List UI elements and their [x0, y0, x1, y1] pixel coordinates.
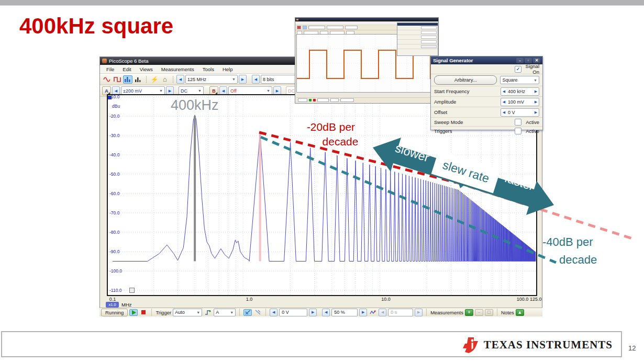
y-tick-label: -70.0 — [109, 210, 119, 215]
x-tick-label: 1.0 — [241, 297, 257, 302]
sine-wave-icon[interactable] — [102, 75, 112, 84]
y-tick-label: -110.0 — [109, 288, 121, 293]
spectrum-mode-icon[interactable] — [123, 75, 132, 84]
decrease-arrow[interactable]: ◀ — [501, 89, 507, 94]
marker-zigzag-icon[interactable] — [369, 309, 377, 316]
amplitude-label: Amplitude — [434, 99, 501, 105]
trigger-level-field[interactable]: 0 V — [279, 309, 307, 316]
delay-increase[interactable]: ▶ — [415, 309, 423, 316]
y-tick-label: -30.0 — [109, 133, 119, 138]
maximize-icon[interactable]: ▫ — [525, 58, 532, 63]
chevron-down-icon: ▼ — [198, 89, 202, 93]
falling-edge-button[interactable] — [253, 309, 262, 316]
trigger-level-increase[interactable]: ▶ — [309, 309, 317, 316]
trigger-label: Trigger — [156, 310, 171, 315]
trigger-marker-icon[interactable] — [204, 309, 212, 316]
menu-help[interactable]: Help — [223, 66, 233, 72]
resolution-decrease-arrow[interactable]: ◀ — [252, 75, 260, 84]
peak-frequency-label: 400kHz — [171, 97, 219, 114]
toolbar-separator — [173, 76, 173, 83]
home-icon[interactable]: ⌂ — [160, 75, 170, 84]
arbitrary-button[interactable]: Arbitrary... — [434, 75, 497, 85]
menu-file[interactable]: File — [106, 66, 114, 72]
triggers-checkbox[interactable] — [515, 128, 521, 134]
triggers-row: Triggers Active — [431, 126, 542, 135]
slope-20db-label-line1: -20dB per — [297, 121, 365, 133]
trigger-level-decrease[interactable]: ◀ — [270, 309, 277, 316]
chevron-down-icon: ▼ — [230, 311, 234, 314]
close-icon[interactable]: ✕ — [533, 58, 540, 63]
page-number: 12 — [628, 344, 636, 352]
minimize-icon[interactable]: – — [516, 58, 524, 63]
footer-box: TEXAS INSTRUMENTS — [1, 331, 622, 357]
timebase-decrease-arrow[interactable]: ◀ — [176, 75, 184, 84]
delay-decrease[interactable]: ◀ — [379, 309, 386, 316]
signal-on-label: Signal On — [521, 63, 539, 75]
increase-arrow[interactable]: ▶ — [533, 100, 539, 104]
sweep-mode-label: Sweep Mode — [434, 119, 515, 125]
y-tick-label: -20.0 — [109, 114, 119, 119]
ti-logo: TEXAS INSTRUMENTS — [462, 336, 613, 353]
y-tick-label: -40.0 — [109, 152, 119, 157]
triggers-label: Triggers — [434, 128, 515, 134]
decrease-arrow[interactable]: ◀ — [501, 110, 507, 115]
waveform-select[interactable]: Square▼ — [500, 76, 539, 84]
remove-measurement-button[interactable]: – — [475, 309, 483, 316]
offset-stepper[interactable]: ◀ 0 V ▶ — [501, 108, 539, 117]
square-wave-icon[interactable] — [113, 75, 122, 84]
start-capture-button[interactable] — [129, 309, 138, 316]
y-tick-label: -100.0 — [109, 268, 122, 274]
sweep-active-label: Active — [521, 119, 539, 125]
signal-on-row: ✓ Signal On — [431, 64, 542, 74]
start-frequency-row: Start Frequency ◀ 400 kHz ▶ — [431, 86, 542, 96]
probe-icon[interactable]: ⚡ — [150, 75, 159, 84]
amplitude-stepper[interactable]: ◀ 100 mV ▶ — [501, 98, 539, 106]
signal-generator-title: Signal Generator — [433, 58, 515, 63]
notes-button[interactable]: ▲ — [516, 309, 524, 316]
persistence-mode-icon[interactable] — [134, 75, 143, 84]
window-title: PicoScope 6 Beta — [109, 58, 149, 64]
add-measurement-button[interactable]: + — [465, 309, 473, 316]
chevron-down-icon: ▼ — [534, 78, 537, 82]
timebase-select[interactable]: 125 MHz▼ — [185, 75, 238, 84]
channel-a-scale-marker — [108, 96, 112, 99]
y-axis-unit: dBu — [112, 104, 120, 109]
edit-measurement-button[interactable]: ▢ — [485, 309, 493, 316]
stop-capture-button[interactable] — [139, 309, 148, 316]
inset-statusbar — [296, 97, 438, 102]
menu-views[interactable]: Views — [140, 66, 153, 72]
menu-tools[interactable]: Tools — [203, 66, 214, 72]
measurements-label: Measurements — [430, 310, 463, 315]
signal-on-checkbox[interactable]: ✓ — [515, 66, 521, 73]
menu-edit[interactable]: Edit — [123, 66, 131, 72]
delay-field[interactable]: 0 s — [388, 309, 413, 316]
decrease-arrow[interactable]: ◀ — [501, 100, 507, 104]
pretrigger-field[interactable]: 50 % — [331, 309, 358, 316]
inset-signal-generator — [397, 22, 438, 56]
increase-arrow[interactable]: ▶ — [533, 89, 539, 94]
timebase-increase-arrow[interactable]: ▶ — [239, 75, 247, 84]
rising-edge-button[interactable] — [243, 309, 252, 316]
app-icon — [102, 59, 107, 63]
slope-20db-label-line2: decade — [312, 135, 369, 148]
ti-wordmark: TEXAS INSTRUMENTS — [484, 338, 613, 351]
sweep-mode-checkbox[interactable] — [515, 119, 521, 126]
toolbar-separator — [146, 76, 147, 83]
slope-40db-label-line1: -40dB per — [542, 235, 593, 249]
slope-40db-label-line2: decade — [559, 253, 597, 267]
chevron-down-icon: ▼ — [232, 77, 236, 81]
y-tick-label: -50.0 — [109, 172, 119, 177]
pretrigger-decrease[interactable]: ◀ — [322, 309, 330, 316]
trigger-mode-select[interactable]: Auto▼ — [173, 309, 202, 316]
slide-title: 400kHz square — [19, 14, 173, 39]
start-frequency-stepper[interactable]: ◀ 400 kHz ▶ — [501, 87, 539, 96]
trigger-source-select[interactable]: A▼ — [214, 309, 236, 316]
menu-measurements[interactable]: Measurements — [161, 66, 194, 72]
pretrigger-increase[interactable]: ▶ — [359, 309, 367, 316]
increase-arrow[interactable]: ▶ — [533, 110, 539, 115]
running-button[interactable]: Running — [101, 309, 128, 316]
x-tick-label: 0.1 — [105, 297, 120, 302]
chevron-down-icon: ▼ — [196, 311, 200, 314]
x-tick-label: 125.0 — [528, 297, 543, 302]
x-tick-label: 10.0 — [378, 297, 394, 302]
